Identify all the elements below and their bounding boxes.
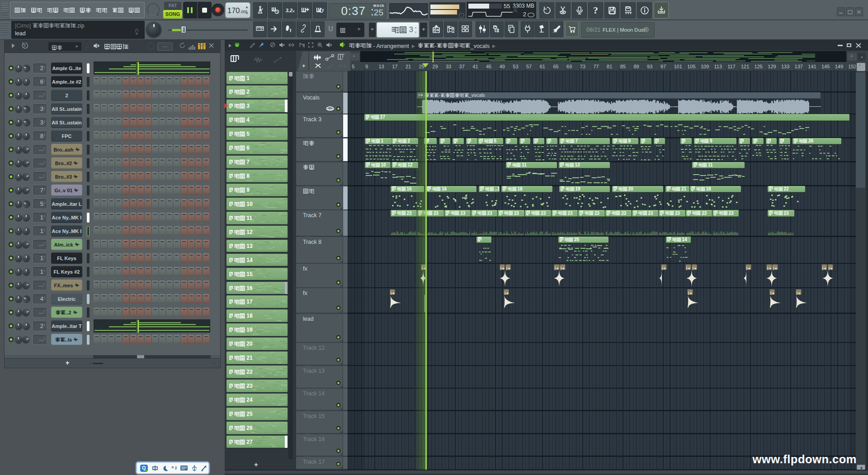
svg-text:6: 6 [24,44,26,47]
